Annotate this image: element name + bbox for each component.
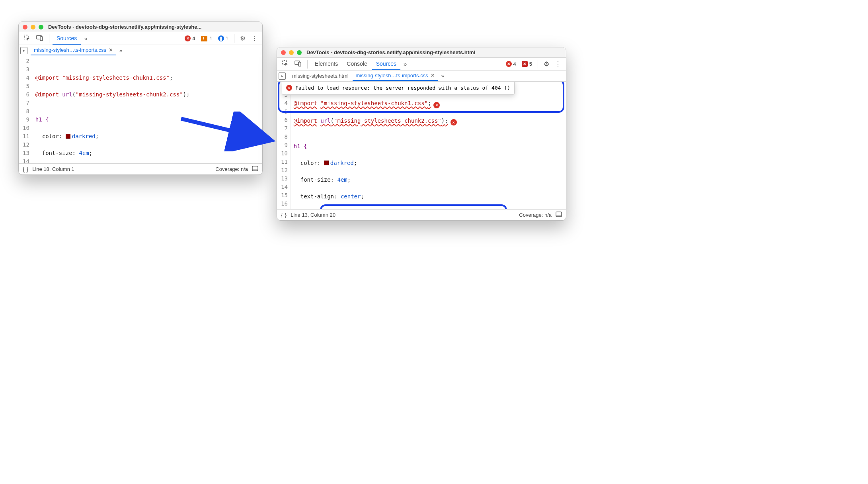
- pretty-print-icon[interactable]: { }: [281, 212, 287, 218]
- error-counter[interactable]: ✕4: [182, 35, 197, 42]
- arrow-icon: [177, 112, 289, 151]
- sources-tab[interactable]: Sources: [53, 33, 81, 45]
- file-tab-row: ▸ missing-stylesheets.html missing-style…: [277, 71, 566, 82]
- svg-rect-2: [40, 37, 43, 41]
- console-tab[interactable]: Console: [343, 58, 371, 70]
- inspect-icon[interactable]: [279, 58, 291, 70]
- file-tab[interactable]: missing-stylesh…ts-imports.css ✕: [31, 45, 116, 55]
- more-file-tabs-icon[interactable]: »: [117, 47, 125, 54]
- devtools-toolbar: Sources » ✕4 1 ❚1 ⚙ ⋮: [19, 32, 262, 45]
- more-options-icon[interactable]: ⋮: [552, 59, 564, 69]
- sources-tab[interactable]: Sources: [372, 58, 400, 70]
- file-tab-css[interactable]: missing-stylesh…ts-imports.css ✕: [353, 71, 438, 81]
- close-tab-icon[interactable]: ✕: [431, 73, 435, 78]
- color-swatch-darkred[interactable]: [324, 161, 329, 165]
- more-file-tabs-icon[interactable]: »: [439, 72, 447, 80]
- error-icon[interactable]: ✕: [451, 119, 457, 125]
- coverage-label: Coverage: n/a: [215, 166, 248, 172]
- devtools-toolbar: Elements Console Sources » ✕4 ✕5 ⚙ ⋮: [277, 58, 566, 71]
- elements-tab[interactable]: Elements: [311, 58, 342, 70]
- warning-counter[interactable]: 1: [199, 35, 215, 42]
- svg-rect-8: [298, 62, 301, 66]
- code-content[interactable]: @import "missing-stylesheets-chukn1.css"…: [32, 56, 193, 163]
- minimize-window-icon[interactable]: [31, 25, 35, 29]
- window-title: DevTools - devtools-dbg-stories.netlify.…: [48, 24, 201, 30]
- titlebar[interactable]: DevTools - devtools-dbg-stories.netlify.…: [277, 47, 566, 58]
- error-counter[interactable]: ✕4: [503, 60, 519, 68]
- close-tab-icon[interactable]: ✕: [109, 47, 113, 53]
- coverage-label: Coverage: n/a: [519, 212, 552, 218]
- error-icon: ✕: [286, 85, 292, 91]
- issue-icon: ❚: [218, 35, 224, 41]
- file-tab-row: ▸ missing-stylesh…ts-imports.css ✕ »: [19, 45, 262, 56]
- issue-error-counter[interactable]: ✕5: [519, 60, 534, 68]
- gutter: 23456789101112131415161718: [19, 56, 32, 163]
- svg-rect-10: [556, 215, 562, 217]
- more-tabs-icon[interactable]: »: [401, 59, 409, 69]
- more-tabs-icon[interactable]: »: [82, 33, 90, 43]
- error-icon: ✕: [506, 61, 512, 67]
- devtools-window-right: DevTools - devtools-dbg-stories.netlify.…: [277, 47, 566, 221]
- cursor-position: Line 18, Column 1: [32, 166, 74, 172]
- toggle-bottom-drawer-icon[interactable]: [252, 166, 258, 172]
- error-icon[interactable]: ✕: [433, 102, 440, 108]
- toggle-navigator-icon[interactable]: ▸: [20, 47, 27, 54]
- toggle-navigator-icon[interactable]: ▸: [279, 73, 286, 80]
- code-editor[interactable]: 23456789101112131415161718 @import "miss…: [277, 82, 566, 209]
- titlebar[interactable]: DevTools - devtools-dbg-stories.netlify.…: [19, 22, 262, 32]
- settings-icon[interactable]: ⚙: [238, 33, 248, 44]
- minimize-window-icon[interactable]: [289, 50, 294, 55]
- cursor-position: Line 13, Column 20: [291, 212, 335, 218]
- svg-rect-4: [252, 169, 258, 171]
- issue-counter[interactable]: ❚1: [216, 35, 231, 42]
- close-window-icon[interactable]: [281, 50, 286, 55]
- device-toolbar-icon[interactable]: [34, 33, 46, 44]
- window-title: DevTools - devtools-dbg-stories.netlify.…: [306, 49, 475, 55]
- pretty-print-icon[interactable]: { }: [23, 166, 28, 172]
- toggle-bottom-drawer-icon[interactable]: [556, 212, 562, 218]
- file-tab-html[interactable]: missing-stylesheets.html: [289, 71, 352, 80]
- more-options-icon[interactable]: ⋮: [249, 33, 260, 44]
- svg-line-5: [181, 119, 268, 139]
- statusbar: { } Line 13, Column 20 Coverage: n/a: [277, 209, 566, 220]
- separator: [538, 60, 538, 69]
- traffic-lights: [23, 25, 43, 29]
- error-icon: ✕: [185, 35, 191, 41]
- warning-icon: [201, 36, 207, 41]
- statusbar: { } Line 18, Column 1 Coverage: n/a: [19, 163, 262, 174]
- error-tooltip: ✕ Failed to load resource: the server re…: [282, 82, 515, 95]
- settings-icon[interactable]: ⚙: [541, 59, 552, 69]
- color-swatch-darkred[interactable]: [66, 134, 70, 139]
- zoom-window-icon[interactable]: [39, 25, 43, 29]
- zoom-window-icon[interactable]: [297, 50, 302, 55]
- close-window-icon[interactable]: [23, 25, 27, 29]
- separator: [49, 34, 49, 43]
- devtools-window-left: DevTools - devtools-dbg-stories.netlify.…: [18, 22, 263, 175]
- inspect-icon[interactable]: [21, 33, 33, 44]
- separator: [307, 60, 308, 69]
- separator: [234, 34, 234, 43]
- code-content[interactable]: @import "missing-stylesheets-chukn1.css"…: [291, 82, 460, 209]
- traffic-lights: [281, 50, 302, 55]
- device-toolbar-icon[interactable]: [292, 59, 304, 69]
- issue-error-icon: ✕: [522, 61, 528, 67]
